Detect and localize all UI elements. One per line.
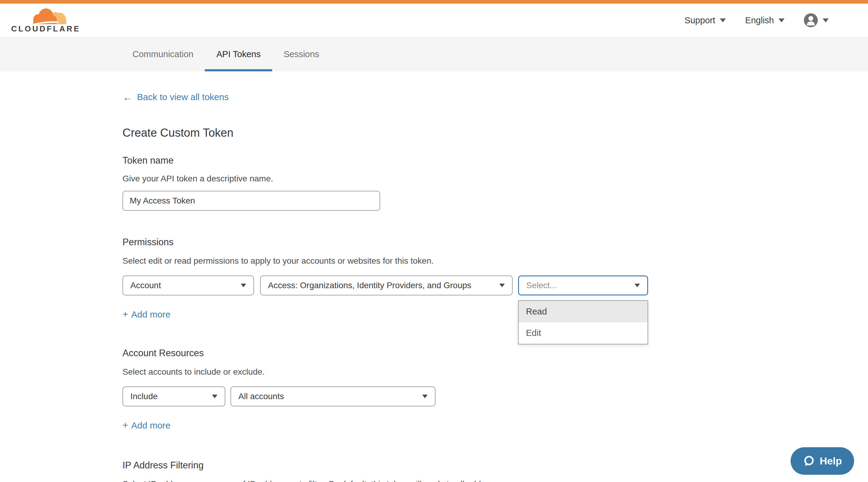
account-menu[interactable] <box>804 13 829 27</box>
include-exclude-select[interactable]: Include <box>123 386 225 407</box>
permission-access-select-wrap: Select... Read Edit <box>518 276 648 295</box>
token-name-description: Give your API token a descriptive name. <box>123 174 868 184</box>
chevron-down-icon <box>499 284 505 287</box>
permissions-description: Select edit or read permissions to apply… <box>123 256 868 266</box>
tab-label: API Tokens <box>216 49 260 59</box>
permission-group-select[interactable]: Access: Organizations, Identity Provider… <box>260 276 513 295</box>
help-button-label: Help <box>819 455 842 467</box>
permissions-heading: Permissions <box>123 237 868 248</box>
permissions-row: Account Access: Organizations, Identity … <box>123 276 868 295</box>
tab-communication[interactable]: Communication <box>121 37 205 71</box>
cloudflare-cloud-icon <box>29 7 69 26</box>
ip-filtering-description: Select IP addresses or ranges of IP addr… <box>123 479 868 482</box>
chevron-down-icon <box>212 395 217 398</box>
help-button[interactable]: Help <box>790 447 854 475</box>
user-avatar-icon <box>804 13 818 27</box>
account-resources-heading: Account Resources <box>123 348 868 359</box>
chevron-down-icon <box>720 19 726 22</box>
main-content: ← Back to view all tokens Create Custom … <box>0 71 868 482</box>
back-arrow-icon: ← <box>123 92 133 102</box>
plus-icon: + <box>123 420 128 431</box>
tab-bar: Communication API Tokens Sessions <box>0 37 868 71</box>
permission-access-dropdown-menu: Read Edit <box>518 300 648 345</box>
cloudflare-logo: CLOUDFLARE <box>11 7 81 34</box>
chevron-down-icon <box>241 284 246 287</box>
add-more-label: Add more <box>131 309 170 320</box>
cloudflare-wordmark: CLOUDFLARE <box>11 24 81 34</box>
language-menu[interactable]: English <box>745 15 784 25</box>
chat-bubble-icon <box>803 455 815 467</box>
tab-label: Sessions <box>284 49 319 59</box>
language-label: English <box>745 15 774 25</box>
page-title: Create Custom Token <box>123 126 868 139</box>
permission-scope-select[interactable]: Account <box>123 276 254 295</box>
token-name-input[interactable] <box>123 191 380 211</box>
plus-icon: + <box>123 309 128 320</box>
support-menu[interactable]: Support <box>684 15 726 25</box>
tab-api-tokens[interactable]: API Tokens <box>205 37 272 71</box>
permission-group-value: Access: Organizations, Identity Provider… <box>268 281 471 290</box>
access-option-edit[interactable]: Edit <box>519 322 648 344</box>
chevron-down-icon <box>778 19 784 22</box>
chevron-down-icon <box>823 19 829 22</box>
support-label: Support <box>684 15 715 25</box>
active-tab-indicator <box>205 69 272 71</box>
back-link[interactable]: ← Back to view all tokens <box>123 92 229 102</box>
chevron-down-icon <box>422 395 428 398</box>
tab-sessions[interactable]: Sessions <box>272 37 331 71</box>
tab-label: Communication <box>132 49 193 59</box>
account-resources-row: Include All accounts <box>123 386 868 407</box>
permissions-add-more-link[interactable]: + Add more <box>123 309 170 320</box>
account-resources-add-more-link[interactable]: + Add more <box>123 420 170 431</box>
top-accent-bar <box>0 0 868 4</box>
account-resources-description: Select accounts to include or exclude. <box>123 367 868 377</box>
back-link-label: Back to view all tokens <box>137 92 229 102</box>
add-more-label: Add more <box>131 420 170 430</box>
ip-filtering-heading: IP Address Filtering <box>123 460 868 471</box>
header-right: Support English <box>684 13 829 27</box>
include-exclude-value: Include <box>130 392 158 401</box>
permission-scope-value: Account <box>130 281 161 290</box>
access-option-read[interactable]: Read <box>519 301 648 322</box>
permission-access-select[interactable]: Select... <box>518 276 648 295</box>
token-name-heading: Token name <box>123 155 868 166</box>
accounts-value: All accounts <box>238 392 284 401</box>
permission-access-placeholder: Select... <box>526 281 557 290</box>
accounts-select[interactable]: All accounts <box>230 386 435 407</box>
chevron-down-icon <box>634 284 640 287</box>
header: CLOUDFLARE Support English <box>0 4 868 37</box>
